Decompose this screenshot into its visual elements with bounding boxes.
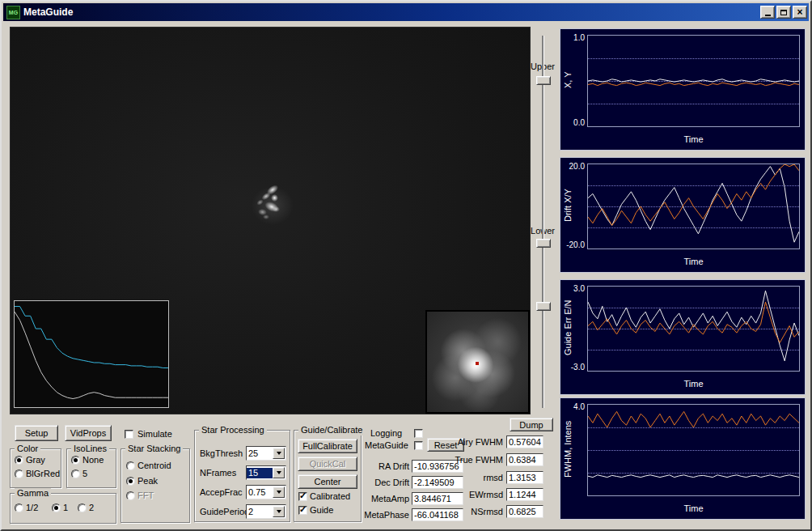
nframes-combo[interactable]: 15 xyxy=(246,465,286,480)
dec-drift-label: Dec Drift xyxy=(361,478,409,488)
close-icon: × xyxy=(797,8,802,16)
true-fwhm-field[interactable]: 0.6384 xyxy=(506,453,543,466)
metaguide-window: MG MetaGuide × Upper Lower xyxy=(0,0,812,531)
accepfrac-label: AccepFrac xyxy=(200,487,243,498)
y-max-label: 4.0 xyxy=(562,402,585,411)
nsrmsd-field[interactable]: 0.6825 xyxy=(506,505,543,518)
radio-none[interactable] xyxy=(71,456,80,465)
quickcal-button[interactable]: QuickCal xyxy=(298,457,357,471)
chevron-down-icon[interactable] xyxy=(273,506,285,517)
radio-5-label: 5 xyxy=(82,469,87,479)
isolines-group-label: IsoLines xyxy=(71,444,109,454)
radio-fft[interactable] xyxy=(126,491,135,500)
chevron-down-icon[interactable] xyxy=(273,448,285,459)
simulate-checkbox[interactable] xyxy=(125,430,133,439)
logging-label: Logging xyxy=(370,428,402,439)
minimize-button[interactable] xyxy=(760,6,775,19)
y-min-label: 0.0 xyxy=(562,118,585,127)
slider-track[interactable] xyxy=(542,36,544,408)
histogram-inset xyxy=(14,300,169,408)
upper-slider-thumb[interactable] xyxy=(536,76,551,85)
titlebar[interactable]: MG MetaGuide × xyxy=(3,3,809,21)
guideperiod-label: GuidePeriod xyxy=(200,507,249,517)
star-stacking-group-label: Star Stacking xyxy=(125,444,183,454)
radio-gamma-1-label: 1 xyxy=(63,503,68,513)
ewrmsd-field[interactable]: 1.1244 xyxy=(506,488,543,501)
y-max-label: 20.0 xyxy=(562,162,585,171)
chart-y-axis-label: Drift X/Y xyxy=(561,161,574,249)
plot-area xyxy=(587,35,800,127)
chart-y-axis-label: Guide Err E/N xyxy=(561,283,574,372)
radio-blgrred[interactable] xyxy=(15,469,23,478)
x-axis-label: Time xyxy=(587,379,800,389)
guideperiod-value: 2 xyxy=(247,507,273,517)
fullcalibrate-button[interactable]: FullCalibrate xyxy=(298,439,357,453)
gamma-group-label: Gamma xyxy=(15,488,51,499)
radio-centroid-label: Centroid xyxy=(137,461,171,471)
radio-centroid[interactable] xyxy=(126,461,135,470)
accepfrac-value: 0.75 xyxy=(247,487,273,498)
metaphase-label: MetaPhase xyxy=(361,510,409,520)
chart-fwhm-intens: FWHM, Intens 4.0 Time xyxy=(560,397,806,520)
nframes-value: 15 xyxy=(247,468,273,478)
maximize-icon xyxy=(780,10,787,15)
chevron-down-icon[interactable] xyxy=(273,486,285,498)
dump-button[interactable]: Dump xyxy=(510,418,553,431)
airy-fwhm-field[interactable]: 0.57604 xyxy=(506,435,543,448)
star-zoom-inset xyxy=(425,310,530,414)
bkgthresh-value: 25 xyxy=(247,448,273,459)
metaguide-checkbox[interactable] xyxy=(414,441,423,450)
star-processing-group-label: Star Processing xyxy=(199,425,267,435)
radio-gamma-2[interactable] xyxy=(78,503,87,512)
y-max-label: 1.0 xyxy=(562,33,585,42)
radio-gray-label: Gray xyxy=(26,455,45,465)
color-group-label: Color xyxy=(15,444,40,454)
radio-peak-label: Peak xyxy=(137,476,158,486)
y-min-label: -20.0 xyxy=(562,240,585,249)
radio-5[interactable] xyxy=(71,469,80,478)
lower-slider-thumb-2[interactable] xyxy=(536,302,551,311)
center-button[interactable]: Center xyxy=(298,474,357,489)
rmsd-field[interactable]: 1.3153 xyxy=(506,471,543,484)
bkgthresh-combo[interactable]: 25 xyxy=(246,446,286,461)
setup-button[interactable]: Setup xyxy=(15,425,58,441)
y-min-label: -3.0 xyxy=(562,363,585,372)
plot-area xyxy=(587,286,800,372)
guide-calibrate-group-label: Guide/Calibrate xyxy=(298,425,365,435)
calibrated-checkbox[interactable] xyxy=(298,492,307,501)
radio-gamma-1[interactable] xyxy=(52,503,61,512)
guide-checkbox[interactable] xyxy=(298,506,307,515)
logging-checkbox[interactable] xyxy=(414,429,423,438)
plot-area xyxy=(587,164,800,249)
vidprops-button[interactable]: VidProps xyxy=(65,425,112,441)
radio-gray[interactable] xyxy=(15,456,23,465)
radio-gamma-half-label: 1/2 xyxy=(26,503,38,513)
chart-y-axis-label: X, Y xyxy=(561,32,574,127)
airy-fwhm-label: Airy FWHM xyxy=(448,437,503,448)
y-max-label: 3.0 xyxy=(562,284,585,293)
calibrated-label: Calibrated xyxy=(310,491,350,502)
chart-xy: X, Y 1.0 0.0 Time xyxy=(560,28,806,151)
maximize-button[interactable] xyxy=(776,6,791,19)
true-fwhm-label: True FWHM xyxy=(448,455,503,465)
radio-blgrred-label: BlGrRed xyxy=(26,469,60,479)
x-axis-label: Time xyxy=(587,257,800,266)
close-button[interactable]: × xyxy=(793,6,807,19)
accepfrac-combo[interactable]: 0.75 xyxy=(246,485,286,499)
radio-none-label: None xyxy=(82,455,104,465)
guideperiod-combo[interactable]: 2 xyxy=(246,504,286,519)
histogram-plot xyxy=(15,301,168,407)
x-axis-label: Time xyxy=(587,134,800,144)
chart-guide-err: Guide Err E/N 3.0 -3.0 Time xyxy=(560,279,806,395)
nsrmsd-label: NSrmsd xyxy=(448,507,503,517)
chevron-down-icon[interactable] xyxy=(273,467,285,478)
radio-peak[interactable] xyxy=(126,477,135,486)
lower-slider-thumb[interactable] xyxy=(536,239,551,248)
guide-label: Guide xyxy=(310,505,333,516)
radio-gamma-half[interactable] xyxy=(15,503,23,512)
video-canvas[interactable] xyxy=(10,27,531,414)
app-icon: MG xyxy=(6,6,20,19)
radio-fft-label: FFT xyxy=(137,491,154,501)
x-axis-label: Time xyxy=(587,503,800,513)
ra-drift-label: RA Drift xyxy=(361,461,409,472)
